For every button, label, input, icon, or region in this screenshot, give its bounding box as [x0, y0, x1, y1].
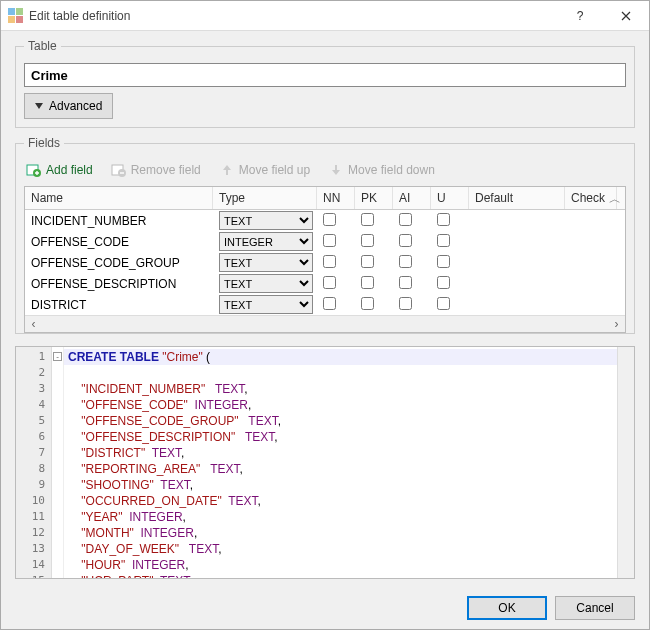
- u-checkbox[interactable]: [437, 234, 450, 247]
- pk-checkbox[interactable]: [361, 234, 374, 247]
- field-type-select[interactable]: TEXT: [219, 295, 313, 314]
- nn-checkbox[interactable]: [323, 297, 336, 310]
- nn-checkbox[interactable]: [323, 213, 336, 226]
- field-type-select[interactable]: TEXT: [219, 253, 313, 272]
- u-checkbox[interactable]: [437, 213, 450, 226]
- pk-checkbox[interactable]: [361, 297, 374, 310]
- fields-fieldset: Fields Add field Remove field Move field…: [15, 136, 635, 334]
- horizontal-scrollbar[interactable]: ‹ ›: [25, 315, 625, 332]
- col-name[interactable]: Name: [25, 187, 213, 209]
- add-field-label: Add field: [46, 163, 93, 177]
- col-default[interactable]: Default: [469, 187, 565, 209]
- arrow-down-icon: [328, 162, 344, 178]
- fields-grid: ︿ Name Type NN PK AI U Default Check INC…: [24, 186, 626, 333]
- u-checkbox[interactable]: [437, 255, 450, 268]
- remove-field-button[interactable]: Remove field: [111, 162, 201, 178]
- vertical-scrollbar[interactable]: [617, 347, 634, 578]
- col-ai[interactable]: AI: [393, 187, 431, 209]
- u-checkbox[interactable]: [437, 276, 450, 289]
- fold-icon[interactable]: -: [53, 352, 62, 361]
- remove-field-label: Remove field: [131, 163, 201, 177]
- field-name[interactable]: INCIDENT_NUMBER: [25, 214, 213, 228]
- nn-checkbox[interactable]: [323, 234, 336, 247]
- cancel-button[interactable]: Cancel: [555, 596, 635, 620]
- app-icon: [7, 8, 23, 24]
- help-button[interactable]: ?: [557, 1, 603, 31]
- grid-body[interactable]: INCIDENT_NUMBERTEXTOFFENSE_CODEINTEGEROF…: [25, 210, 625, 315]
- close-button[interactable]: [603, 1, 649, 31]
- nn-checkbox[interactable]: [323, 276, 336, 289]
- nn-checkbox[interactable]: [323, 255, 336, 268]
- table-row[interactable]: OFFENSE_DESCRIPTIONTEXT: [25, 273, 625, 294]
- table-fieldset: Table Advanced: [15, 39, 635, 128]
- ai-checkbox[interactable]: [399, 276, 412, 289]
- grid-header: Name Type NN PK AI U Default Check: [25, 187, 625, 210]
- field-type-select[interactable]: TEXT: [219, 274, 313, 293]
- u-checkbox[interactable]: [437, 297, 450, 310]
- add-field-button[interactable]: Add field: [26, 162, 93, 178]
- move-down-button[interactable]: Move field down: [328, 162, 435, 178]
- window-title: Edit table definition: [29, 9, 557, 23]
- field-type-select[interactable]: INTEGER: [219, 232, 313, 251]
- col-pk[interactable]: PK: [355, 187, 393, 209]
- table-row[interactable]: INCIDENT_NUMBERTEXT: [25, 210, 625, 231]
- scroll-up-icon[interactable]: ︿: [609, 191, 621, 208]
- ai-checkbox[interactable]: [399, 255, 412, 268]
- titlebar: Edit table definition ?: [1, 1, 649, 31]
- move-up-button[interactable]: Move field up: [219, 162, 310, 178]
- advanced-button[interactable]: Advanced: [24, 93, 113, 119]
- field-type-select[interactable]: TEXT: [219, 211, 313, 230]
- field-name[interactable]: OFFENSE_CODE: [25, 235, 213, 249]
- ok-button[interactable]: OK: [467, 596, 547, 620]
- table-legend: Table: [24, 39, 61, 53]
- pk-checkbox[interactable]: [361, 276, 374, 289]
- table-row[interactable]: OFFENSE_CODEINTEGER: [25, 231, 625, 252]
- field-name[interactable]: DISTRICT: [25, 298, 213, 312]
- ai-checkbox[interactable]: [399, 234, 412, 247]
- line-gutter: 123456789101112131415: [16, 347, 52, 578]
- pk-checkbox[interactable]: [361, 255, 374, 268]
- ai-checkbox[interactable]: [399, 297, 412, 310]
- dialog-footer: OK Cancel: [1, 587, 649, 629]
- pk-checkbox[interactable]: [361, 213, 374, 226]
- dialog-window: Edit table definition ? Table Advanced F…: [0, 0, 650, 630]
- scroll-right-icon[interactable]: ›: [608, 316, 625, 333]
- col-nn[interactable]: NN: [317, 187, 355, 209]
- close-icon: [621, 11, 631, 21]
- field-name[interactable]: OFFENSE_DESCRIPTION: [25, 277, 213, 291]
- sql-code[interactable]: CREATE TABLE "Crime" ( "INCIDENT_NUMBER"…: [64, 347, 617, 578]
- fields-legend: Fields: [24, 136, 64, 150]
- scroll-left-icon[interactable]: ‹: [25, 316, 42, 333]
- fold-column: -: [52, 347, 64, 578]
- col-u[interactable]: U: [431, 187, 469, 209]
- sql-editor[interactable]: 123456789101112131415 - CREATE TABLE "Cr…: [15, 346, 635, 579]
- table-row[interactable]: OFFENSE_CODE_GROUPTEXT: [25, 252, 625, 273]
- move-down-label: Move field down: [348, 163, 435, 177]
- ai-checkbox[interactable]: [399, 213, 412, 226]
- table-row[interactable]: DISTRICTTEXT: [25, 294, 625, 315]
- fields-toolbar: Add field Remove field Move field up Mov…: [24, 160, 626, 186]
- table-name-input[interactable]: [24, 63, 626, 87]
- arrow-up-icon: [219, 162, 235, 178]
- advanced-label: Advanced: [49, 99, 102, 113]
- chevron-down-icon: [35, 103, 43, 109]
- remove-icon: [111, 162, 127, 178]
- add-icon: [26, 162, 42, 178]
- content-area: Table Advanced Fields Add field Remove f…: [1, 31, 649, 587]
- move-up-label: Move field up: [239, 163, 310, 177]
- col-type[interactable]: Type: [213, 187, 317, 209]
- field-name[interactable]: OFFENSE_CODE_GROUP: [25, 256, 213, 270]
